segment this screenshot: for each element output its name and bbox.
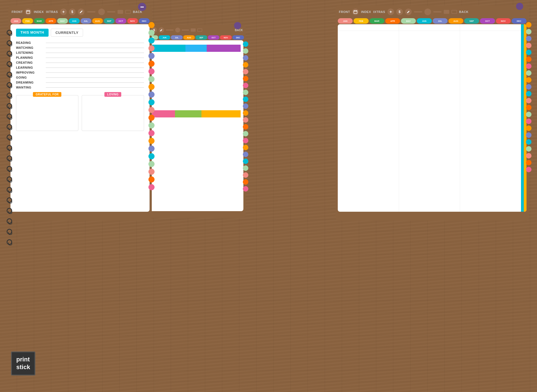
side-dot — [148, 115, 155, 121]
dash-icon-right — [433, 11, 442, 12]
side-dot — [243, 165, 248, 171]
tab-jan[interactable]: JAN — [10, 18, 21, 24]
tab-sep-mid[interactable]: SEP — [195, 35, 207, 40]
side-dot — [526, 57, 531, 62]
calendar-icon[interactable] — [25, 9, 31, 15]
side-dot — [243, 145, 248, 150]
spiral-hole — [7, 82, 12, 88]
side-dot — [526, 91, 531, 96]
side-dot — [243, 186, 248, 192]
back-button-right[interactable]: BACK — [459, 10, 469, 14]
side-dot — [526, 36, 531, 41]
logo-line2: stick — [16, 363, 30, 371]
side-dot — [526, 139, 531, 145]
spiral-hole — [7, 197, 12, 203]
tab-currently[interactable]: CURRENTLY — [51, 29, 83, 37]
side-dot — [526, 22, 531, 28]
side-dot — [148, 76, 155, 82]
tab-aug-mid[interactable]: AUG — [183, 35, 195, 40]
side-dot — [148, 146, 155, 152]
side-dot — [526, 125, 531, 131]
spiral-hole — [7, 229, 12, 234]
label-listening: LISTENING — [16, 51, 44, 54]
pen-icon-mid[interactable] — [159, 27, 164, 33]
tab-aug[interactable]: AUG — [92, 18, 103, 24]
label-wanting: WANTING — [16, 86, 44, 89]
side-dot — [148, 68, 155, 74]
tab-apr-right[interactable]: APR — [385, 18, 400, 24]
line-planning — [46, 58, 144, 58]
dash-icon — [107, 11, 115, 12]
dollar-icon[interactable]: $ — [69, 9, 76, 15]
tab-apr[interactable]: APR — [46, 18, 56, 24]
side-dot — [526, 84, 531, 90]
tab-dec-mid[interactable]: DEC — [232, 35, 244, 40]
index-button[interactable]: INDEX — [34, 10, 44, 14]
side-dot — [148, 161, 155, 167]
tab-feb-right[interactable]: FEB — [353, 18, 368, 24]
front-button[interactable]: FRONT — [12, 10, 23, 14]
side-dot — [243, 117, 248, 123]
dollar-icon-right[interactable]: $ — [396, 9, 403, 15]
tab-jul-right[interactable]: JUL — [433, 18, 448, 24]
tab-may[interactable]: MAY — [57, 18, 68, 24]
tab-dec-right[interactable]: DEC — [512, 18, 527, 24]
tab-oct[interactable]: OCT — [115, 18, 126, 24]
side-dot — [243, 138, 248, 143]
mid-side-dots — [243, 41, 248, 192]
ixtras-button[interactable]: IXTRAS — [46, 10, 58, 14]
tab-jun[interactable]: JUN — [69, 18, 79, 24]
tab-jul[interactable]: JUL — [81, 18, 91, 24]
tab-aug-right[interactable]: AUG — [448, 18, 463, 24]
front-button-right[interactable]: FRONT — [339, 10, 350, 14]
sparkle-icon-right[interactable] — [387, 9, 394, 15]
line-listening — [46, 53, 144, 53]
side-dot — [243, 179, 248, 185]
tab-jun-mid[interactable]: JUN — [159, 35, 170, 40]
svg-rect-0 — [26, 10, 30, 14]
tab-jan-right[interactable]: JAN — [338, 18, 353, 24]
tab-mar[interactable]: MAR — [34, 18, 45, 24]
tab-oct-right[interactable]: OCT — [480, 18, 495, 24]
tab-may-right[interactable]: MAY — [401, 18, 416, 24]
bar-blue-1 — [185, 45, 207, 52]
binder-clip-right — [516, 3, 523, 10]
tab-jun-right[interactable]: JUN — [417, 18, 432, 24]
tab-dec[interactable]: DEC — [139, 18, 150, 24]
logo-line1: print — [16, 356, 30, 364]
index-button-right[interactable]: INDEX — [361, 10, 371, 14]
line-creating — [46, 63, 144, 63]
tab-sep-right[interactable]: SEP — [464, 18, 479, 24]
side-dot — [243, 55, 248, 61]
tab-nov-right[interactable]: NOV — [496, 18, 511, 24]
pen-icon-right[interactable] — [405, 9, 412, 15]
rect-icon-mid — [191, 28, 196, 32]
sparkle-icon[interactable] — [60, 9, 67, 15]
side-dot — [526, 77, 531, 83]
side-dot — [148, 84, 155, 90]
spiral-hole — [7, 124, 12, 130]
tab-oct-mid[interactable]: OCT — [208, 35, 219, 40]
tab-sep[interactable]: SEP — [104, 18, 115, 24]
tab-nov-mid[interactable]: NOV — [220, 35, 232, 40]
tab-jul-mid[interactable]: JUL — [171, 35, 182, 40]
tab-nov[interactable]: NOV — [127, 18, 138, 24]
side-dot — [526, 98, 531, 103]
pen-icon[interactable] — [78, 9, 84, 15]
tab-mar-right[interactable]: MAR — [369, 18, 384, 24]
tab-feb[interactable]: FEB — [22, 18, 33, 24]
line-wanting — [46, 87, 144, 88]
side-dot — [148, 92, 155, 98]
side-dot — [243, 69, 248, 74]
tab-this-month[interactable]: THIS MONTH — [16, 29, 49, 37]
side-dot — [243, 131, 248, 136]
line-going — [46, 77, 144, 78]
calendar-icon-right[interactable] — [352, 9, 359, 15]
label-learning: LEARNING — [16, 66, 44, 69]
side-dot — [243, 110, 248, 116]
month-tabs-right: JAN FEB MAR APR MAY JUN JUL AUG SEP OCT … — [336, 18, 529, 24]
line-icon[interactable] — [87, 11, 95, 12]
circle-icon[interactable] — [98, 9, 105, 15]
ixtras-button-right[interactable]: IXTRAS — [373, 10, 385, 14]
side-dot — [148, 30, 155, 36]
